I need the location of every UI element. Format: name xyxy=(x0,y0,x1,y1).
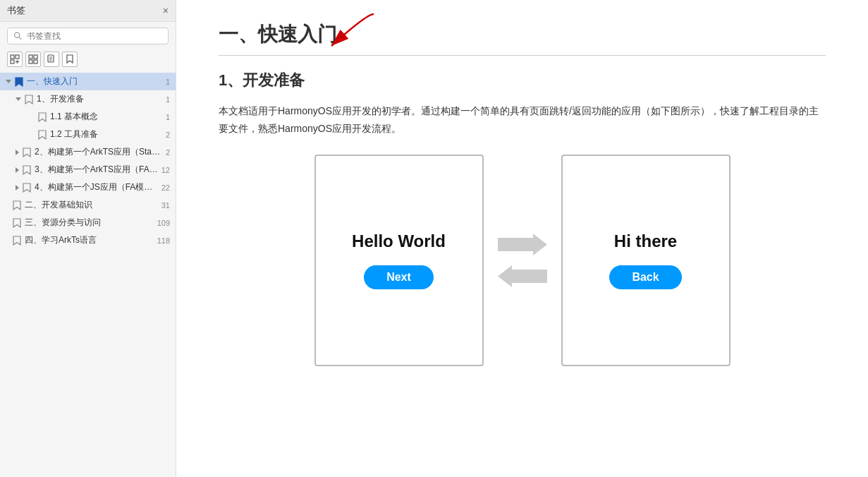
bookmark-label: 二、开发基础知识 xyxy=(25,199,159,211)
bookmark-page: 2 xyxy=(166,131,170,139)
subsection-title: 1、开发准备 xyxy=(219,70,826,91)
bookmark-page: 2 xyxy=(166,148,170,157)
bookmark-item-2[interactable]: 二、开发基础知识 31 xyxy=(0,196,176,214)
svg-line-1 xyxy=(19,37,21,40)
bookmark-label: 4、构建第一个JS应用（FA模型） xyxy=(35,181,159,193)
svg-rect-2 xyxy=(11,55,14,59)
svg-marker-16 xyxy=(498,234,547,255)
bookmark-icon xyxy=(22,147,32,157)
right-arrow-icon xyxy=(498,232,547,257)
toolbar-collapse-button[interactable] xyxy=(25,52,41,67)
bookmark-toolbar xyxy=(0,50,176,73)
bookmark-item-1-1-1[interactable]: 1.1 基本概念 1 xyxy=(0,108,176,126)
bookmark-label: 1、开发准备 xyxy=(37,93,163,105)
expand-icon xyxy=(16,185,19,191)
bookmark-page: 1 xyxy=(166,78,170,86)
bookmark-icon xyxy=(12,200,22,210)
bookmark-item-4[interactable]: 四、学习ArkTs语言 118 xyxy=(0,231,176,249)
svg-rect-9 xyxy=(29,60,32,64)
screen1-frame: Hello World Next xyxy=(314,155,484,366)
left-arrow-icon xyxy=(498,264,547,289)
svg-rect-7 xyxy=(29,55,32,59)
sidebar-title: 书签 xyxy=(7,4,25,17)
bookmark-label: 2、构建第一个ArkTS应用（Stage模型） xyxy=(35,146,163,158)
bookmark-label: 三、资源分类与访问 xyxy=(25,217,154,229)
navigation-arrows xyxy=(498,232,547,289)
bookmark-label: 1.2 工具准备 xyxy=(50,128,163,140)
toolbar-page-button[interactable] xyxy=(44,52,59,67)
search-icon xyxy=(13,31,23,41)
bookmark-item-1-2[interactable]: 2、构建第一个ArkTS应用（Stage模型） 2 xyxy=(0,143,176,161)
bookmark-label: 四、学习ArkTs语言 xyxy=(25,234,154,246)
annotation-arrow xyxy=(275,7,388,66)
bookmark-item-1-3[interactable]: 3、构建第一个ArkTS应用（FA模型） 12 xyxy=(0,161,176,179)
screen1-title: Hello World xyxy=(352,231,446,251)
bookmark-page: 109 xyxy=(157,219,170,227)
svg-rect-8 xyxy=(34,55,37,59)
demo-container: Hello World Next Hi there Back xyxy=(219,155,826,366)
bookmark-icon xyxy=(22,183,32,193)
bookmark-icon xyxy=(37,112,47,122)
svg-rect-10 xyxy=(34,60,37,64)
bookmark-icon xyxy=(14,77,24,87)
expand-icon xyxy=(16,150,19,155)
bookmark-item-1-1[interactable]: 1、开发准备 1 xyxy=(0,90,176,108)
bookmark-page: 1 xyxy=(166,113,170,121)
screen2-title: Hi there xyxy=(614,231,677,251)
main-content: 一、快速入门 1、开发准备 本文档适用于HarmonyOS应用开发的初学者。通过… xyxy=(176,0,868,477)
search-input[interactable] xyxy=(27,31,162,41)
screen2-frame: Hi there Back xyxy=(561,155,731,366)
back-button[interactable]: Back xyxy=(609,265,681,289)
search-box[interactable] xyxy=(7,28,169,44)
bookmark-page: 31 xyxy=(161,201,170,210)
bookmark-page: 12 xyxy=(161,166,170,174)
bookmark-item-3[interactable]: 三、资源分类与访问 109 xyxy=(0,214,176,231)
svg-rect-4 xyxy=(11,60,14,64)
bookmark-item-1-4[interactable]: 4、构建第一个JS应用（FA模型） 22 xyxy=(0,179,176,196)
svg-marker-17 xyxy=(498,265,547,287)
bookmark-label: 一、快速入门 xyxy=(27,76,163,87)
sidebar-header: 书签 × xyxy=(0,0,176,22)
description-text: 本文档适用于HarmonyOS应用开发的初学者。通过构建一个简单的具有页面跳转/… xyxy=(219,102,826,138)
bookmark-icon xyxy=(37,130,47,140)
expand-icon xyxy=(6,80,11,83)
bookmark-page: 118 xyxy=(157,236,170,245)
bookmark-page: 1 xyxy=(166,95,170,104)
toolbar-bookmark-button[interactable] xyxy=(62,52,78,67)
svg-point-0 xyxy=(15,32,20,37)
bookmark-label: 1.1 基本概念 xyxy=(50,111,163,123)
bookmark-item-1[interactable]: 一、快速入门 1 xyxy=(0,73,176,90)
bookmark-item-1-1-2[interactable]: 1.2 工具准备 2 xyxy=(0,126,176,143)
sidebar: 书签 × xyxy=(0,0,176,477)
svg-rect-3 xyxy=(16,55,19,59)
expand-icon xyxy=(16,167,19,173)
bookmark-icon xyxy=(22,165,32,175)
bookmark-page: 22 xyxy=(161,183,170,192)
bookmark-icon xyxy=(24,95,34,104)
next-button[interactable]: Next xyxy=(364,265,434,289)
bookmark-list: 一、快速入门 1 1、开发准备 1 1.1 基本概念 1 xyxy=(0,73,176,477)
bookmark-icon xyxy=(12,218,22,228)
toolbar-expand-button[interactable] xyxy=(7,52,23,67)
bookmark-icon xyxy=(12,236,22,246)
bookmark-label: 3、构建第一个ArkTS应用（FA模型） xyxy=(35,164,159,176)
expand-icon xyxy=(16,97,21,101)
close-icon[interactable]: × xyxy=(163,5,169,16)
